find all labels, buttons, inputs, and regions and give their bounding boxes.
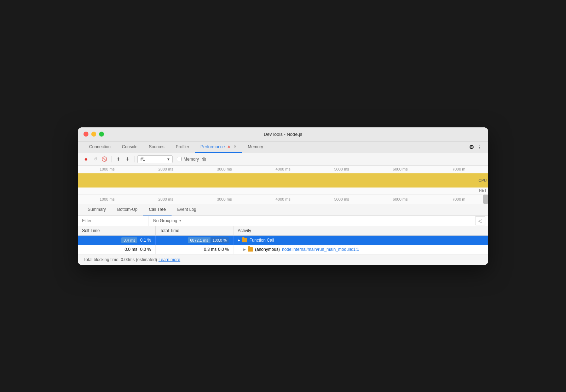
total-time-value-2: 0.3 ms [204, 247, 216, 252]
reload-button[interactable]: ↺ [91, 155, 99, 163]
window-title: DevTools - Node.js [264, 132, 302, 137]
expand-arrow-2[interactable]: ▶ [243, 248, 246, 251]
activity-label-1: Function Call [249, 238, 274, 243]
stop-button[interactable]: 🚫 [100, 155, 108, 163]
tick-2000: 2000 ms [137, 167, 195, 171]
minimize-button[interactable] [91, 132, 96, 137]
download-button[interactable]: ⬇ [123, 155, 131, 163]
tick-1000: 1000 ms [78, 167, 137, 171]
status-bar: Total blocking time: 0.00ms (estimated) … [78, 254, 488, 265]
grouping-label: No Grouping [153, 218, 177, 223]
tick-7000: 7000 m [429, 167, 488, 171]
record-button[interactable]: ● [82, 155, 90, 163]
tick-4000: 4000 ms [254, 167, 312, 171]
performance-icon: 🔺 [226, 144, 231, 149]
tab-connection[interactable]: Connection [83, 142, 116, 153]
cell-self-time-1: 8.4 ms 0.1 % [78, 236, 156, 245]
timeline-ruler-bottom: 1000 ms 2000 ms 3000 ms 4000 ms 5000 ms … [78, 195, 488, 204]
titlebar: DevTools - Node.js [78, 127, 488, 142]
nav-separator [272, 144, 272, 151]
nav-actions: ⚙ ⋮ [469, 144, 483, 150]
filter-bar: No Grouping ▾ ◁ [78, 216, 488, 226]
status-text: Total blocking time: 0.00ms (estimated) [83, 257, 157, 262]
tick2-2000: 2000 ms [137, 197, 195, 201]
net-bar: NET [78, 188, 488, 195]
total-time-pct-2: 0.0 % [218, 247, 229, 252]
bottom-tabs: Summary Bottom-Up Call Tree Event Log [78, 204, 488, 216]
total-time-pct-1: 100.0 % [210, 237, 229, 243]
close-button[interactable] [83, 132, 88, 137]
tick-3000: 3000 ms [195, 167, 254, 171]
header-total-time: Total Time [156, 226, 233, 235]
memory-checkbox-label: Memory [184, 157, 199, 162]
more-options-icon[interactable]: ⋮ [477, 144, 483, 150]
tab-event-log[interactable]: Event Log [172, 204, 202, 215]
cpu-label: CPU [479, 178, 487, 183]
devtools-window: DevTools - Node.js Connection Console So… [78, 127, 488, 265]
header-self-time: Self Time [78, 226, 156, 235]
tick-5000: 5000 ms [312, 167, 371, 171]
traffic-lights [83, 132, 104, 137]
self-time-pct-2: 0.0 % [140, 247, 151, 252]
tab-console[interactable]: Console [116, 142, 143, 153]
activity-link-2[interactable]: node:internal/main/run_main_module:1:1 [282, 247, 359, 252]
activity-label-2: (anonymous) [255, 247, 280, 252]
toolbar-divider-2 [134, 156, 134, 162]
grouping-dropdown[interactable]: No Grouping ▾ [149, 216, 475, 225]
timeline-area: 1000 ms 2000 ms 3000 ms 4000 ms 5000 ms … [78, 166, 488, 204]
tick2-6000: 6000 ms [371, 197, 430, 201]
cell-total-time-2: 0.3 ms 0.0 % [156, 245, 233, 254]
profile-label: #1 [140, 157, 145, 162]
tab-profiler[interactable]: Profiler [170, 142, 195, 153]
tab-sources[interactable]: Sources [143, 142, 170, 153]
tab-performance[interactable]: Performance 🔺 ✕ [195, 142, 242, 153]
timeline-scrollbar[interactable] [483, 195, 488, 204]
cpu-bar[interactable]: CPU [78, 173, 488, 188]
header-activity: Activity [233, 226, 488, 235]
folder-icon-2 [248, 247, 253, 252]
tab-memory[interactable]: Memory [242, 142, 269, 153]
tick2-5000: 5000 ms [312, 197, 371, 201]
tab-call-tree[interactable]: Call Tree [143, 204, 172, 215]
toolbar: ● ↺ 🚫 ⬆ ⬇ #1 ▾ Memory 🗑 [78, 153, 488, 166]
tick2-7000: 7000 m [429, 197, 488, 201]
table-row[interactable]: 8.4 ms 0.1 % 6872.1 ms100.0 % ▶ Function… [78, 236, 488, 245]
tick2-4000: 4000 ms [254, 197, 312, 201]
table-header: Self Time Total Time Activity [78, 226, 488, 236]
panel-toggle-button[interactable]: ◁ [475, 216, 485, 225]
expand-arrow-1[interactable]: ▶ [238, 238, 240, 242]
folder-icon-1 [242, 238, 247, 242]
tick-6000: 6000 ms [371, 167, 430, 171]
cell-activity-1: ▶ Function Call [233, 236, 488, 244]
self-time-pct-1: 0.1 % [140, 238, 151, 243]
self-time-value-1: 8.4 ms [121, 237, 137, 243]
upload-button[interactable]: ⬆ [114, 155, 122, 163]
maximize-button[interactable] [99, 132, 104, 137]
grouping-chevron-icon: ▾ [179, 219, 181, 223]
memory-checkbox[interactable]: Memory [177, 157, 199, 162]
learn-more-link[interactable]: Learn more [158, 257, 180, 262]
settings-icon[interactable]: ⚙ [469, 144, 474, 150]
clear-button[interactable]: 🗑 [202, 156, 207, 162]
tab-close-icon[interactable]: ✕ [233, 144, 237, 149]
tab-summary[interactable]: Summary [82, 204, 111, 215]
filter-input[interactable] [78, 216, 149, 225]
toolbar-divider-1 [111, 156, 111, 162]
table-row[interactable]: 0.0 ms 0.0 % 0.3 ms 0.0 % ▶ (anonymous) … [78, 245, 488, 254]
data-table: Self Time Total Time Activity 8.4 ms 0.1… [78, 226, 488, 254]
timeline-ruler-top: 1000 ms 2000 ms 3000 ms 4000 ms 5000 ms … [78, 166, 488, 173]
performance-label: Performance [201, 144, 225, 149]
cell-self-time-2: 0.0 ms 0.0 % [78, 245, 156, 254]
tick2-3000: 3000 ms [195, 197, 254, 201]
self-time-value-2: 0.0 ms [125, 247, 137, 252]
cell-activity-2: ▶ (anonymous) node:internal/main/run_mai… [233, 245, 488, 254]
nav-tabs: Connection Console Sources Profiler Perf… [78, 142, 488, 153]
memory-checkbox-input[interactable] [177, 157, 181, 161]
dropdown-chevron-icon: ▾ [167, 157, 169, 162]
tab-bottom-up[interactable]: Bottom-Up [111, 204, 143, 215]
net-label: NET [479, 188, 487, 192]
tick2-1000: 1000 ms [78, 197, 137, 201]
total-time-value-1: 6872.1 ms [188, 237, 210, 243]
cell-total-time-1: 6872.1 ms100.0 % [156, 236, 233, 245]
profile-dropdown[interactable]: #1 ▾ [137, 155, 173, 163]
